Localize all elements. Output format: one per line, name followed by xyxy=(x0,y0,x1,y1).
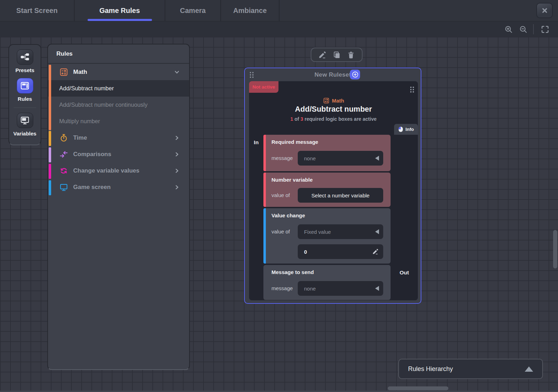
logic-box-title: Value change xyxy=(271,212,305,218)
category-row-game-screen[interactable]: Game screen xyxy=(48,179,189,195)
logic-box-title: Message to send xyxy=(271,269,314,275)
chevron-down-icon xyxy=(173,68,181,76)
time-icon xyxy=(59,133,68,142)
dropdown-value: Fixed value xyxy=(298,229,331,235)
category-row-math[interactable]: Math xyxy=(48,64,189,80)
category-label: Change variable values xyxy=(73,167,139,174)
zoom-in-icon[interactable] xyxy=(504,25,513,34)
tab-start-screen[interactable]: Start Screen xyxy=(0,0,75,21)
tab-label: Ambiance xyxy=(233,7,267,15)
rules-icon xyxy=(20,81,30,91)
dropdown-arrow-icon xyxy=(375,229,379,234)
horizontal-scrollbar-thumb[interactable] xyxy=(388,386,448,390)
edit-pencil-icon[interactable] xyxy=(318,51,326,59)
required-stripe xyxy=(263,173,266,207)
variables-label: Variables xyxy=(13,131,36,136)
tab-camera[interactable]: Camera xyxy=(165,0,221,21)
rules-panel-title: Rules xyxy=(48,44,189,64)
required-count: 3 xyxy=(301,116,303,122)
math-icon xyxy=(323,97,330,104)
top-tab-bar: Start Screen Game Rules Camera Ambiance xyxy=(0,0,558,21)
status-badge: Not active xyxy=(249,81,278,93)
chevron-right-icon xyxy=(173,167,181,175)
logic-box-title: Number variable xyxy=(271,177,313,183)
category-label: Math xyxy=(73,69,87,76)
variables-icon xyxy=(20,115,30,125)
dropdown-value: none xyxy=(298,155,316,161)
category-label: Game screen xyxy=(73,184,111,191)
chevron-right-icon xyxy=(173,134,181,142)
rule-item-add-subtract-number[interactable]: Add/Subtract number xyxy=(48,80,189,97)
rule-item-label: Multiply number xyxy=(59,118,100,125)
rules-label: Rules xyxy=(18,96,32,102)
toolbar-divider xyxy=(533,24,534,34)
select-number-variable-button[interactable]: Select a number variable xyxy=(298,188,383,203)
category-label: Comparisons xyxy=(73,151,111,158)
monitor-icon xyxy=(59,183,68,192)
close-icon xyxy=(540,6,549,15)
field-label: message xyxy=(271,285,293,291)
info-tab-label: Info xyxy=(406,127,414,132)
rule-card: Not active Math Add/Subtract number 1 of… xyxy=(249,81,418,300)
rule-item-add-subtract-continuously[interactable]: Add/Subtract number continuously xyxy=(48,97,189,113)
card-drag-handle-icon[interactable] xyxy=(409,86,415,93)
app-screen: Start Screen Game Rules Camera Ambiance xyxy=(0,0,558,392)
trash-icon[interactable] xyxy=(347,51,355,59)
edit-pencil-icon xyxy=(372,248,379,255)
logic-box-title: Required message xyxy=(271,139,318,145)
duplicate-icon[interactable] xyxy=(332,51,341,59)
rule-subtitle: 1 of 3 required logic boxes are active xyxy=(249,116,418,122)
add-rule-button[interactable] xyxy=(350,70,360,79)
active-tab-underline xyxy=(88,19,152,21)
presets-button[interactable] xyxy=(17,49,33,65)
tab-ambiance[interactable]: Ambiance xyxy=(221,0,280,21)
category-color-stripe-comparisons xyxy=(49,147,51,162)
rule-item-label: Add/Subtract number xyxy=(59,85,114,92)
canvas-toolbar xyxy=(0,21,558,37)
category-color-stripe-game-screen xyxy=(49,180,51,195)
rules-button[interactable] xyxy=(17,78,33,93)
rules-list-panel: Rules Math Add/Subtract number Add/Subtr… xyxy=(47,44,190,370)
mouse-icon xyxy=(398,126,403,132)
field-label: message xyxy=(271,155,293,161)
value-type-dropdown[interactable]: Fixed value xyxy=(298,224,383,239)
category-row-time[interactable]: Time xyxy=(48,130,189,146)
field-label: value of xyxy=(271,229,290,234)
rule-item-multiply-number[interactable]: Multiply number xyxy=(48,113,189,130)
zoom-out-icon[interactable] xyxy=(519,25,528,34)
button-label: Select a number variable xyxy=(311,192,370,198)
category-row-change-variable-values[interactable]: Change variable values xyxy=(48,162,189,179)
category-row-comparisons[interactable]: Comparisons xyxy=(48,146,189,162)
logic-box-value-change: Value change value of Fixed value 0 xyxy=(263,208,391,264)
vertical-scrollbar-thumb[interactable] xyxy=(553,230,557,268)
tab-label: Start Screen xyxy=(16,7,58,15)
tab-game-rules[interactable]: Game Rules xyxy=(75,0,165,21)
expand-up-icon xyxy=(525,366,533,372)
chevron-right-icon xyxy=(173,183,181,191)
sidebar-divider xyxy=(14,107,36,108)
logic-box-number-variable: Number variable value of Select a number… xyxy=(263,173,391,207)
ruleset-title: New Ruleset xyxy=(245,68,421,81)
variables-button[interactable] xyxy=(17,113,33,128)
ruleset-window-header: New Ruleset xyxy=(245,68,421,81)
close-button[interactable] xyxy=(536,3,553,18)
presets-icon xyxy=(20,52,30,62)
mode-sidebar: Presets Rules Variables xyxy=(8,44,41,145)
dropdown-arrow-icon xyxy=(375,156,379,161)
message-dropdown[interactable]: none xyxy=(298,281,383,296)
fixed-value-input[interactable]: 0 xyxy=(298,244,383,259)
dropdown-value: none xyxy=(298,286,316,292)
rules-hierarchy-label: Rules Hierarchy xyxy=(399,365,453,373)
rule-item-label: Add/Subtract number continuously xyxy=(59,102,147,108)
message-dropdown[interactable]: none xyxy=(298,151,383,166)
rule-title: Add/Subtract number xyxy=(249,105,418,114)
active-count: 1 xyxy=(290,116,293,122)
subtitle-text: of xyxy=(293,116,301,122)
fullscreen-icon[interactable] xyxy=(540,25,550,34)
logic-box-message-to-send: Message to send message none xyxy=(263,265,391,300)
rules-hierarchy-bar[interactable]: Rules Hierarchy xyxy=(398,359,543,379)
plus-circle-icon xyxy=(351,71,359,78)
bottom-scroll-track xyxy=(0,391,558,392)
value-stripe xyxy=(263,208,266,264)
info-tab[interactable]: Info xyxy=(394,124,418,135)
